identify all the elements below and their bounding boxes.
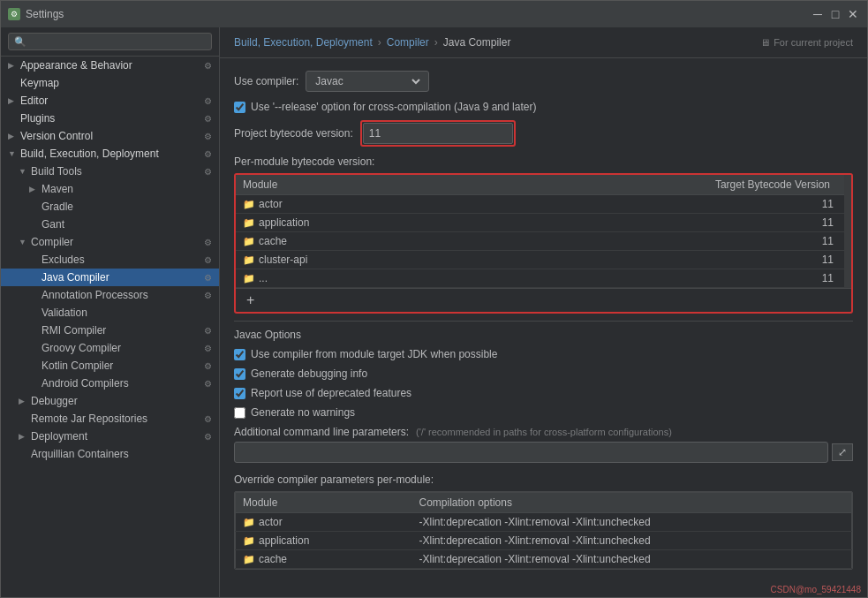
override-module: 📁actor — [236, 513, 412, 532]
table-row[interactable]: 📁... 11 — [236, 269, 844, 288]
javac-checkbox-1[interactable] — [234, 368, 245, 380]
window-title: Settings — [26, 8, 64, 20]
table-row[interactable]: 📁actor 11 — [236, 195, 844, 214]
sidebar-item-build-execution[interactable]: ▼ Build, Execution, Deployment ⚙ — [1, 145, 219, 163]
sidebar-item-build-tools[interactable]: ▼ Build Tools ⚙ — [1, 163, 219, 180]
sidebar-item-label: Editor — [20, 95, 48, 107]
sidebar-item-keymap[interactable]: Keymap — [1, 74, 219, 92]
override-row[interactable]: 📁application -Xlint:deprecation -Xlint:r… — [236, 532, 852, 550]
javac-checkbox-3[interactable] — [234, 407, 245, 419]
override-options: -Xlint:deprecation -Xlint:removal -Xlint… — [412, 532, 852, 550]
module-version: 11 — [462, 251, 844, 269]
sidebar-item-excludes[interactable]: Excludes ⚙ — [1, 251, 219, 269]
sidebar-item-label: Arquillian Containers — [31, 448, 129, 460]
bytecode-version-select[interactable]: 11 8 17 — [363, 123, 513, 144]
sidebar-item-android-compilers[interactable]: Android Compilers ⚙ — [1, 375, 219, 392]
sidebar-item-debugger[interactable]: ▶ Debugger — [1, 392, 219, 410]
sidebar-item-gradle[interactable]: Gradle — [1, 198, 219, 216]
compiler-select-input[interactable]: Javac Eclipse Ajc — [312, 74, 423, 88]
main-panel: Build, Execution, Deployment › Compiler … — [220, 27, 867, 597]
arrow-icon: ▶ — [8, 61, 17, 70]
sidebar-item-remote-jar[interactable]: Remote Jar Repositories ⚙ — [1, 410, 219, 428]
folder-icon: 📁 — [243, 273, 255, 284]
sidebar-item-version-control[interactable]: ▶ Version Control ⚙ — [1, 127, 219, 145]
sidebar-item-rmi-compiler[interactable]: RMI Compiler ⚙ — [1, 322, 219, 339]
gear-icon: ⚙ — [204, 167, 212, 177]
sidebar-item-deployment[interactable]: ▶ Deployment ⚙ — [1, 428, 219, 445]
sidebar-item-compiler[interactable]: ▼ Compiler ⚙ — [1, 233, 219, 251]
sidebar-item-maven[interactable]: ▶ Maven — [1, 180, 219, 198]
gear-icon: ⚙ — [204, 432, 212, 442]
sidebar-item-label: Version Control — [20, 130, 93, 142]
arrow-icon: ▶ — [29, 185, 38, 193]
sidebar-item-label: Annotation Processors — [42, 289, 148, 301]
gear-icon: ⚙ — [204, 132, 212, 141]
javac-checkbox-row-3: Generate no warnings — [234, 406, 853, 419]
sidebar-item-label: Debugger — [31, 395, 78, 407]
module-version: 11 — [462, 195, 844, 214]
sidebar-item-label: Gradle — [42, 201, 73, 213]
main-content: ▶ Appearance & Behavior ⚙ Keymap ▶ Edito… — [1, 27, 867, 597]
release-checkbox[interactable] — [234, 102, 245, 113]
add-module-button[interactable]: + — [239, 291, 261, 310]
app-icon: ⚙ — [8, 8, 20, 20]
sidebar-item-gant[interactable]: Gant — [1, 216, 219, 233]
sidebar-item-appearance[interactable]: ▶ Appearance & Behavior ⚙ — [1, 57, 219, 74]
gear-icon: ⚙ — [204, 361, 212, 371]
maximize-button[interactable]: □ — [828, 7, 842, 21]
sidebar-item-java-compiler[interactable]: Java Compiler ⚙ — [1, 269, 219, 286]
sidebar-item-annotation-processors[interactable]: Annotation Processors ⚙ — [1, 286, 219, 304]
javac-title: Javac Options — [234, 321, 853, 341]
sidebar-item-validation[interactable]: Validation — [1, 304, 219, 322]
folder-icon: 📁 — [243, 517, 255, 527]
gear-icon: ⚙ — [204, 344, 212, 353]
override-options: -Xlint:deprecation -Xlint:removal -Xlint… — [412, 550, 852, 569]
breadcrumb-part1: Build, Execution, Deployment — [234, 36, 373, 49]
sidebar-item-kotlin-compiler[interactable]: Kotlin Compiler ⚙ — [1, 357, 219, 375]
additional-params-input[interactable] — [234, 442, 828, 463]
settings-window: ⚙ Settings ─ □ ✕ ▶ Appearance & Behavior… — [0, 0, 868, 598]
override-row[interactable]: 📁actor -Xlint:deprecation -Xlint:removal… — [236, 513, 852, 532]
gear-icon: ⚙ — [204, 414, 212, 424]
javac-checkbox-2[interactable] — [234, 388, 245, 399]
sidebar-item-groovy-compiler[interactable]: Groovy Compiler ⚙ — [1, 339, 219, 357]
search-box — [1, 27, 219, 57]
sidebar-item-label: Kotlin Compiler — [42, 360, 113, 372]
compiler-select[interactable]: Javac Eclipse Ajc — [306, 71, 429, 92]
table-row[interactable]: 📁application 11 — [236, 214, 844, 232]
minimize-button[interactable]: ─ — [811, 7, 825, 21]
expand-button[interactable]: ⤢ — [832, 443, 853, 461]
javac-checkbox-0[interactable] — [234, 349, 245, 360]
search-input[interactable] — [8, 33, 212, 50]
bytecode-select-wrapper: 11 8 17 — [360, 120, 516, 147]
table-row[interactable]: 📁cache 11 — [236, 232, 844, 251]
use-compiler-row: Use compiler: Javac Eclipse Ajc — [234, 71, 853, 92]
module-version: 11 — [462, 269, 844, 288]
breadcrumb: Build, Execution, Deployment › Compiler … — [220, 27, 867, 58]
javac-checkbox-row-0: Use compiler from module target JDK when… — [234, 348, 853, 360]
use-compiler-label: Use compiler: — [234, 75, 298, 87]
sidebar-item-label: Android Compilers — [42, 377, 129, 390]
override-row[interactable]: 📁cache -Xlint:deprecation -Xlint:removal… — [236, 550, 852, 569]
table-row[interactable]: 📁cluster-api 11 — [236, 251, 844, 269]
module-name: 📁actor — [236, 195, 462, 214]
release-option-row: Use '--release' option for cross-compila… — [234, 101, 853, 113]
sidebar-item-label: Build, Execution, Deployment — [20, 148, 159, 160]
folder-icon: 📁 — [243, 535, 255, 546]
folder-icon: 📁 — [243, 254, 255, 265]
close-button[interactable]: ✕ — [846, 7, 860, 21]
sidebar-item-editor[interactable]: ▶ Editor ⚙ — [1, 92, 219, 110]
javac-checkbox-label-2: Report use of deprecated features — [251, 387, 411, 399]
override-label: Override compiler parameters per-module: — [234, 473, 853, 486]
sidebar-item-plugins[interactable]: Plugins ⚙ — [1, 110, 219, 127]
javac-section: Javac Options Use compiler from module t… — [234, 321, 853, 419]
arrow-icon: ▼ — [8, 149, 17, 158]
gear-icon: ⚙ — [204, 273, 212, 283]
gear-icon: ⚙ — [204, 326, 212, 336]
sidebar-item-label: Maven — [42, 183, 73, 195]
sidebar-item-arquillian[interactable]: Arquillian Containers — [1, 445, 219, 463]
sidebar-item-label: Gant — [42, 218, 64, 231]
override-options: -Xlint:deprecation -Xlint:removal -Xlint… — [412, 513, 852, 532]
col-module: Module — [236, 175, 462, 195]
sidebar: ▶ Appearance & Behavior ⚙ Keymap ▶ Edito… — [1, 27, 220, 597]
